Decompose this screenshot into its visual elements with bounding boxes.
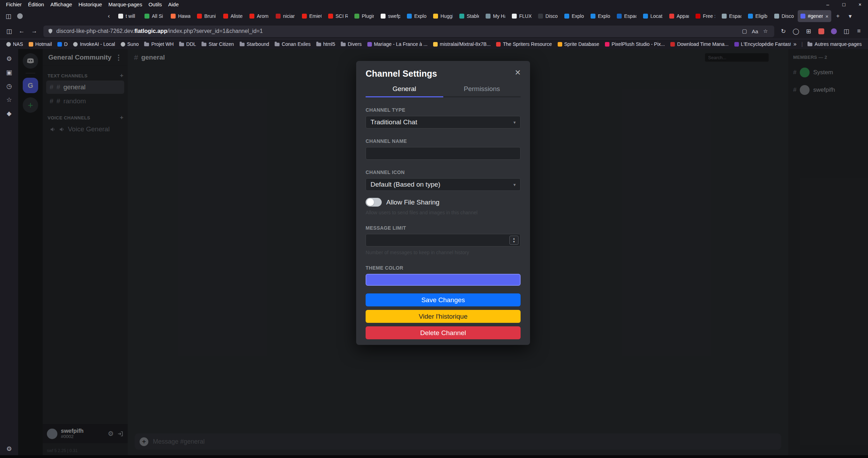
file-sharing-toggle[interactable] [366, 198, 382, 207]
settings-gear-icon[interactable]: ⚙ [5, 445, 13, 453]
bookmark-folder-projet-wh[interactable]: Projet WH [141, 40, 176, 48]
bookmark-invokeai-local[interactable]: InvokeAI - Local [70, 40, 118, 48]
firefox-view-button[interactable]: ◫ [3, 11, 14, 22]
minimize-button[interactable]: – [820, 0, 836, 9]
browser-tab[interactable]: Huggi [430, 10, 456, 22]
bookmark-sprite-database[interactable]: Sprite Database [555, 40, 602, 48]
channel-icon-select[interactable]: Default (Based on type) ▾ [366, 178, 521, 191]
screenshot-icon[interactable]: ▣ [5, 68, 13, 77]
account-icon[interactable]: ◯ [790, 26, 802, 37]
browser-tab[interactable]: Bruni [194, 10, 219, 22]
sidebars-icon[interactable]: ◫ [841, 26, 852, 37]
bookmark-folder-conan-exiles[interactable]: Conan Exiles [272, 40, 313, 48]
list-all-tabs-icon[interactable]: ▾ [845, 11, 856, 22]
browser-tab[interactable]: FLUX. [509, 10, 534, 22]
history-icon[interactable]: ◷ [5, 82, 13, 90]
browser-tab[interactable]: Disco [771, 10, 797, 22]
browser-tab[interactable]: EmieO [299, 10, 324, 22]
menu-historique[interactable]: Historique [75, 1, 105, 7]
bookmark-hotmail[interactable]: Hotmail [26, 40, 55, 48]
menu-outils[interactable]: Outils [145, 1, 165, 7]
browser-tab[interactable]: Arom [247, 10, 272, 22]
back-icon[interactable]: ← [16, 26, 27, 37]
reload-icon[interactable]: ↻ [778, 26, 789, 37]
browser-tab[interactable]: swefp [378, 10, 403, 22]
settings-icon[interactable]: ⚙ [5, 55, 13, 63]
bookmark-l-encyclop-die-fantast[interactable]: L'Encyclopédie Fantast... [732, 40, 791, 48]
other-bookmarks-button[interactable]: Autres marque-pages [805, 40, 865, 48]
tab-close-icon[interactable]: × [825, 13, 828, 19]
bookmark-folder-html5[interactable]: html5 [313, 40, 338, 48]
channel-name-input[interactable] [366, 147, 521, 160]
bookmark-suno[interactable]: Suno [118, 40, 142, 48]
browser-tab[interactable]: Alister [220, 10, 246, 22]
menu-aide[interactable]: Aide [165, 1, 182, 7]
close-icon[interactable]: × [515, 69, 521, 76]
bookmark-star-icon[interactable]: ☆ [761, 27, 770, 36]
picture-in-picture-icon[interactable]: ▢ [740, 27, 749, 36]
number-spinner[interactable]: ▴▾ [509, 236, 518, 245]
menu-marque-pages[interactable]: Marque-pages [105, 1, 146, 7]
browser-tab[interactable]: Eligib [745, 10, 770, 22]
browser-tab[interactable]: Locati [640, 10, 665, 22]
browser-tab[interactable]: Appar [666, 10, 692, 22]
bookmark-download-time-mana[interactable]: Download Time Mana... [668, 40, 731, 48]
bookmark-mistralai-mixtral-8x7b[interactable]: mistralai/Mixtral-8x7B... [430, 40, 493, 48]
tracking-protection-icon[interactable] [48, 28, 53, 34]
bookmark-folder-starbound[interactable]: Starbound [237, 40, 272, 48]
tab-general[interactable]: General [366, 85, 443, 97]
channel-type-select[interactable]: Traditional Chat ▾ [366, 116, 521, 129]
forward-icon[interactable]: → [29, 26, 40, 37]
browser-tab[interactable]: SCI Ri [325, 10, 351, 22]
bookmark-mariage-la-france[interactable]: Mariage - La France à ... [365, 40, 430, 48]
delete-channel-button[interactable]: Delete Channel [366, 326, 521, 339]
browser-tab[interactable]: Explo [562, 10, 587, 22]
browser-tab[interactable]: t will [115, 10, 141, 22]
bookmark-pixelplush-studio-pix[interactable]: PixelPlush Studio - Pix... [602, 40, 668, 48]
message-limit-input[interactable] [371, 236, 509, 244]
browser-tab[interactable]: Espace ab [719, 10, 744, 22]
browser-tab[interactable]: My Ha [483, 10, 508, 22]
purple-extension-icon-wrap[interactable] [828, 26, 839, 37]
bookmark-folder-ddl[interactable]: DDL [176, 40, 199, 48]
browser-tab[interactable]: All Si [142, 10, 167, 22]
bookmark-folder-star-citizen[interactable]: Star Citizen [199, 40, 237, 48]
scroll-tabs-left-icon[interactable]: ‹ [103, 11, 114, 22]
browser-tab[interactable]: Free : [693, 10, 718, 22]
browser-tab[interactable]: Disco [535, 10, 560, 22]
save-changes-button[interactable]: Save Changes [366, 293, 521, 306]
extensions-icon[interactable]: ⊞ [803, 26, 814, 37]
menu-fichier[interactable]: Fichier [3, 1, 25, 7]
extensions-icon[interactable]: ◆ [5, 109, 13, 118]
tab-permissions[interactable]: Permissions [443, 85, 521, 97]
bookmarks-icon[interactable]: ☆ [5, 96, 13, 104]
browser-tab[interactable]: Espace cli [614, 10, 639, 22]
app-menu-icon[interactable]: ≡ [853, 26, 865, 37]
pinned-tab-globe-icon[interactable] [17, 13, 23, 19]
browser-tab[interactable]: Explo [404, 10, 429, 22]
browser-tab[interactable]: niciar [273, 10, 298, 22]
url-bar[interactable]: discord-like-php-chat-7262.dev.flatlogic… [43, 26, 774, 37]
bookmarks-overflow-chevron[interactable]: » [791, 41, 799, 47]
sidebar-toggle-icon[interactable]: ◫ [3, 26, 15, 37]
bookmark-d[interactable]: D [55, 40, 70, 48]
new-tab-button[interactable]: + [832, 11, 844, 22]
close-button[interactable]: × [852, 0, 868, 9]
bookmark-nas[interactable]: NAS [3, 40, 26, 48]
purple-extension-icon[interactable] [831, 28, 837, 34]
clear-history-button[interactable]: Vider l'historique [366, 310, 521, 323]
menu-dition[interactable]: Édition [25, 1, 47, 7]
bookmark-folder-divers[interactable]: Divers [338, 40, 365, 48]
browser-tab[interactable]: Stable [457, 10, 482, 22]
browser-tab[interactable]: Plugin [352, 10, 377, 22]
maximize-button[interactable]: □ [836, 0, 852, 9]
bookmark-the-spriters-resource[interactable]: The Spriters Resource [493, 40, 555, 48]
browser-tab[interactable]: Explo [588, 10, 613, 22]
browser-tab-active[interactable]: #gener× [798, 10, 831, 22]
translate-icon[interactable]: Aa [750, 27, 760, 36]
menu-affichage[interactable]: Affichage [47, 1, 75, 7]
adblock-extension-icon[interactable] [818, 28, 824, 34]
adblock-extension-icon-wrap[interactable] [816, 26, 827, 37]
browser-tab[interactable]: Hawa [168, 10, 193, 22]
theme-color-input[interactable] [366, 274, 521, 286]
